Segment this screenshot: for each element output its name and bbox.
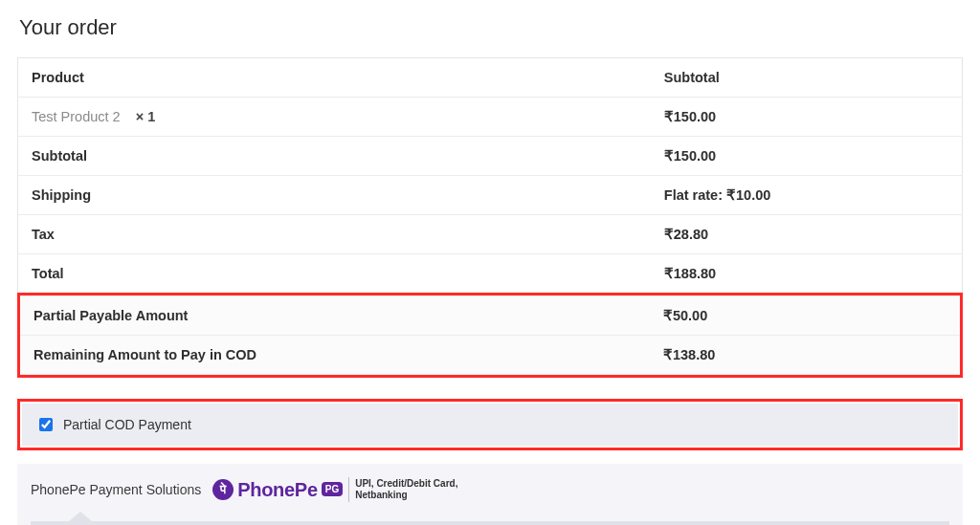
header-subtotal: Subtotal	[651, 58, 963, 98]
phonepe-payment-block: PhonePe Payment Solutions पे PhonePe PG …	[17, 464, 963, 525]
phonepe-glyph-icon: पे	[212, 479, 234, 500]
shipping-value: Flat rate: ₹10.00	[651, 176, 963, 215]
phonepe-title: PhonePe Payment Solutions	[31, 482, 201, 497]
table-row: Test Product 2 × 1 ₹150.00	[18, 98, 963, 137]
subtotal-value: ₹150.00	[651, 137, 963, 176]
table-header-row: Product Subtotal	[18, 58, 963, 98]
remaining-cod-value: ₹138.80	[650, 336, 960, 375]
phonepe-brand-text: PhonePe	[237, 479, 317, 501]
partial-cod-label: Partial COD Payment	[63, 417, 191, 432]
table-row: Tax ₹28.80	[18, 215, 963, 254]
tax-label: Tax	[18, 215, 651, 254]
phonepe-logo: पे PhonePe PG UPI, Credit/Debit Card, Ne…	[212, 477, 457, 502]
partial-amount-table: Partial Payable Amount ₹50.00 Remaining …	[20, 295, 960, 375]
table-row: Partial Payable Amount ₹50.00	[20, 296, 960, 336]
table-row: Shipping Flat rate: ₹10.00	[18, 176, 963, 215]
partial-cod-checkbox[interactable]	[39, 418, 53, 431]
phonepe-info-panel: All UPI apps, Debit and Credit Cards, an…	[31, 521, 949, 525]
page-title: Your order	[19, 15, 963, 40]
product-qty-prefix: ×	[136, 109, 148, 124]
phonepe-pg-badge: PG	[322, 482, 343, 496]
table-row: Remaining Amount to Pay in COD ₹138.80	[20, 336, 960, 375]
tax-value: ₹28.80	[651, 215, 963, 254]
phonepe-header: PhonePe Payment Solutions पे PhonePe PG …	[31, 477, 949, 502]
product-qty: 1	[147, 109, 155, 124]
table-row: Subtotal ₹150.00	[18, 137, 963, 176]
table-row: Total ₹188.80	[18, 254, 963, 294]
partial-payable-value: ₹50.00	[650, 296, 960, 336]
partial-cod-option[interactable]: Partial COD Payment	[22, 404, 958, 446]
line-item-name-cell: Test Product 2 × 1	[18, 98, 651, 137]
partial-payable-label: Partial Payable Amount	[20, 296, 650, 336]
phonepe-tagline: UPI, Credit/Debit Card, Netbanking	[355, 478, 457, 501]
header-product: Product	[18, 58, 651, 98]
highlight-partial-rows: Partial Payable Amount ₹50.00 Remaining …	[17, 293, 963, 378]
remaining-cod-label: Remaining Amount to Pay in COD	[20, 336, 650, 375]
highlight-partial-cod-option: Partial COD Payment	[17, 399, 963, 450]
order-review-table: Product Subtotal Test Product 2 × 1 ₹150…	[17, 57, 963, 294]
payment-methods-section: Partial COD Payment PhonePe Payment Solu…	[17, 399, 963, 525]
line-item-total: ₹150.00	[651, 98, 963, 137]
total-label: Total	[18, 254, 651, 294]
shipping-label: Shipping	[18, 176, 651, 215]
divider	[348, 477, 349, 502]
product-name: Test Product 2	[32, 109, 121, 124]
total-value: ₹188.80	[651, 254, 963, 294]
subtotal-label: Subtotal	[18, 137, 651, 176]
